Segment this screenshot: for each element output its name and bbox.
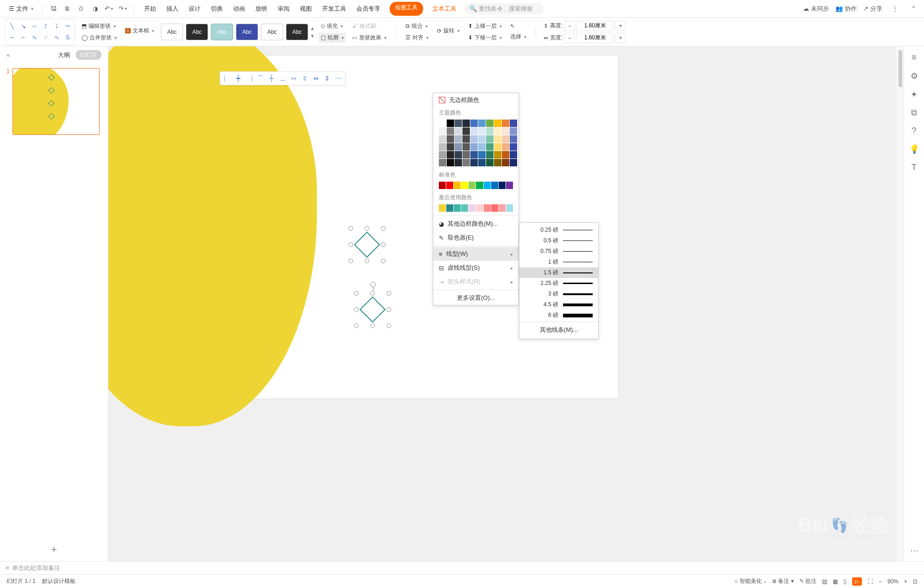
height-input[interactable] xyxy=(576,21,614,31)
share-button[interactable]: ↗分享 xyxy=(863,5,882,13)
collab-button[interactable]: 👥协作 xyxy=(835,5,857,13)
color-swatch[interactable] xyxy=(494,120,501,127)
textbox-button[interactable]: 🅰文本框▾ xyxy=(123,26,156,36)
more-icon[interactable]: ⋮ xyxy=(889,3,901,15)
slide-canvas[interactable]: ⎸ ┿ ⎹ ⎴ ┼ ⎵ ⇿ ⇳ ⇔ ⇕ ⋯ xyxy=(108,46,904,561)
search-box[interactable]: 🔍 查找命令、搜索模板 xyxy=(465,3,544,14)
height-minus[interactable]: − xyxy=(564,21,575,31)
color-swatch[interactable] xyxy=(491,182,498,189)
color-swatch[interactable] xyxy=(455,120,462,127)
width-plus[interactable]: + xyxy=(615,33,626,43)
color-swatch[interactable] xyxy=(447,151,454,158)
slide-thumbnail-1[interactable] xyxy=(13,68,100,135)
color-swatch[interactable] xyxy=(484,182,491,189)
color-swatch[interactable] xyxy=(461,204,468,212)
color-swatch[interactable] xyxy=(462,159,470,166)
file-menu[interactable]: ☰ 文件 ▾ xyxy=(5,2,38,15)
distribute-h-icon[interactable]: ⇿ xyxy=(289,73,299,83)
tab-view[interactable]: 视图 xyxy=(299,2,313,16)
bring-forward-button[interactable]: ⬆上移一层▾ xyxy=(466,21,504,31)
line-style-item[interactable]: ≡线型(W)▸ xyxy=(433,247,519,261)
outline-tab[interactable]: 大纲 xyxy=(58,51,70,59)
color-swatch[interactable] xyxy=(455,127,462,135)
select-dropdown[interactable]: 选择▾ xyxy=(508,32,528,42)
print-icon[interactable]: ⎙ xyxy=(75,3,87,15)
color-swatch[interactable] xyxy=(455,151,462,158)
sync-status[interactable]: ☁未同步 xyxy=(803,5,829,13)
eyedropper-item[interactable]: ✎取色器(E) xyxy=(433,231,519,245)
color-swatch[interactable] xyxy=(510,120,517,127)
style-preset-5[interactable]: Abc xyxy=(261,24,283,40)
color-swatch[interactable] xyxy=(439,127,446,135)
color-swatch[interactable] xyxy=(468,182,475,189)
group-button[interactable]: ⧉组合▾ xyxy=(404,21,430,31)
tab-animation[interactable]: 动画 xyxy=(232,2,246,16)
color-swatch[interactable] xyxy=(439,143,446,151)
color-swatch[interactable] xyxy=(455,159,462,166)
save-as-icon[interactable]: 🗎 xyxy=(61,3,73,15)
color-swatch[interactable] xyxy=(462,135,470,143)
format-painter-button[interactable]: 🖌格式刷 xyxy=(350,21,388,31)
color-swatch[interactable] xyxy=(470,143,478,151)
merge-shape-button[interactable]: ◯合并形状▾ xyxy=(80,33,119,43)
style-preset-6[interactable]: Abc xyxy=(286,24,308,40)
selected-diamond-1[interactable] xyxy=(349,227,385,262)
color-swatch[interactable] xyxy=(486,127,494,135)
tab-review[interactable]: 审阅 xyxy=(277,2,291,16)
tab-drawing-tools[interactable]: 绘图工具 xyxy=(390,2,423,16)
style-preset-1[interactable]: Abc xyxy=(161,24,183,40)
color-swatch[interactable] xyxy=(470,135,478,143)
line-weight-option[interactable]: 4.5 磅 xyxy=(519,299,598,310)
color-swatch[interactable] xyxy=(447,127,454,135)
selected-diamond-2[interactable] xyxy=(355,292,390,327)
color-swatch[interactable] xyxy=(484,204,491,212)
redo-icon[interactable]: ↷▾ xyxy=(117,3,129,15)
edit-shape-button[interactable]: ⬒编辑形状▾ xyxy=(80,21,119,31)
more-align-icon[interactable]: ⋯ xyxy=(333,73,343,83)
color-swatch[interactable] xyxy=(510,143,517,151)
color-swatch[interactable] xyxy=(494,127,501,135)
outline-button[interactable]: ▢轮廓▾ xyxy=(319,33,346,43)
color-swatch[interactable] xyxy=(470,120,478,127)
tab-transition[interactable]: 切换 xyxy=(210,2,224,16)
color-swatch[interactable] xyxy=(462,143,470,151)
color-swatch[interactable] xyxy=(454,182,461,189)
color-swatch[interactable] xyxy=(494,135,501,143)
color-swatch[interactable] xyxy=(502,159,509,166)
color-swatch[interactable] xyxy=(510,159,517,166)
add-slide-button[interactable]: + xyxy=(0,538,108,561)
equal-width-icon[interactable]: ⇔ xyxy=(311,73,321,83)
distribute-v-icon[interactable]: ⇳ xyxy=(300,73,310,83)
fit-page-icon[interactable]: ⊡ xyxy=(913,578,918,585)
color-swatch[interactable] xyxy=(447,159,454,166)
tab-home[interactable]: 开始 xyxy=(143,2,157,16)
collapse-panel-icon[interactable]: « xyxy=(6,51,10,58)
color-swatch[interactable] xyxy=(439,182,446,189)
height-plus[interactable]: + xyxy=(615,21,626,31)
beautify-button[interactable]: ⟐ 智能美化 ▾ xyxy=(734,577,766,585)
standard-color-swatches[interactable] xyxy=(433,181,519,192)
color-swatch[interactable] xyxy=(468,204,475,212)
line-shapes-gallery[interactable]: ╲↘↔⤴⤵⤳ ⌐⌐∿⟋∿S xyxy=(5,19,75,45)
color-swatch[interactable] xyxy=(502,143,509,151)
color-swatch[interactable] xyxy=(462,120,470,127)
fill-button[interactable]: ◇填充▾ xyxy=(319,21,346,31)
color-swatch[interactable] xyxy=(486,151,494,158)
rail-feedback-icon[interactable]: ⧉ xyxy=(911,108,917,118)
rail-menu-icon[interactable]: ≡ xyxy=(911,53,917,63)
align-center-h-icon[interactable]: ┿ xyxy=(233,73,243,83)
style-preset-3[interactable]: Abc xyxy=(211,24,233,40)
zoom-level[interactable]: 90% xyxy=(887,578,899,585)
notes-pane[interactable]: ≡ 单击此处添加备注 xyxy=(0,561,924,574)
notes-toggle[interactable]: ≣ 备注 ▾ xyxy=(772,577,794,585)
color-swatch[interactable] xyxy=(499,204,506,212)
width-input[interactable] xyxy=(576,33,614,43)
tab-dev[interactable]: 开发工具 xyxy=(321,2,347,16)
zoom-out-icon[interactable]: − xyxy=(879,578,882,585)
tab-insert[interactable]: 插入 xyxy=(165,2,179,16)
style-preset-2[interactable]: Abc xyxy=(186,24,208,40)
color-swatch[interactable] xyxy=(447,120,454,127)
slides-tab[interactable]: 幻灯片 xyxy=(76,50,101,60)
yellow-blob-shape[interactable] xyxy=(108,46,317,426)
color-swatch[interactable] xyxy=(499,182,506,189)
